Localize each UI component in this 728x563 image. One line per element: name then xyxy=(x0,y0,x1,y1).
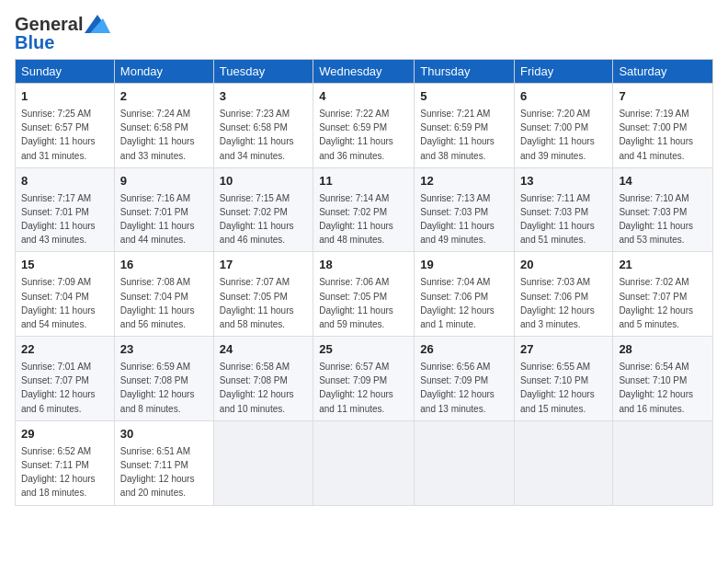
day-info: Sunrise: 7:11 AMSunset: 7:03 PMDaylight:… xyxy=(520,193,595,246)
day-info: Sunrise: 7:10 AMSunset: 7:03 PMDaylight:… xyxy=(619,193,693,246)
day-info: Sunrise: 6:51 AMSunset: 7:11 PMDaylight:… xyxy=(120,446,195,499)
day-number: 7 xyxy=(619,88,707,106)
calendar-cell xyxy=(213,420,313,505)
calendar-cell: 25 Sunrise: 6:57 AMSunset: 7:09 PMDaylig… xyxy=(313,337,415,421)
day-number: 3 xyxy=(220,88,307,106)
weekday-header-sunday: Sunday xyxy=(16,60,115,84)
day-info: Sunrise: 6:52 AMSunset: 7:11 PMDaylight:… xyxy=(21,446,96,499)
day-number: 5 xyxy=(420,88,508,106)
day-info: Sunrise: 6:58 AMSunset: 7:08 PMDaylight:… xyxy=(220,362,294,414)
calendar-cell: 13 Sunrise: 7:11 AMSunset: 7:03 PMDaylig… xyxy=(515,167,613,252)
calendar-cell: 8 Sunrise: 7:17 AMSunset: 7:01 PMDayligh… xyxy=(16,167,115,252)
day-info: Sunrise: 7:02 AMSunset: 7:07 PMDaylight:… xyxy=(619,277,693,329)
calendar-cell: 19 Sunrise: 7:04 AMSunset: 7:06 PMDaylig… xyxy=(415,252,515,337)
day-info: Sunrise: 7:19 AMSunset: 7:00 PMDaylight:… xyxy=(619,109,693,161)
day-number: 16 xyxy=(120,257,208,274)
logo-icon xyxy=(85,15,110,33)
day-info: Sunrise: 7:03 AMSunset: 7:06 PMDaylight:… xyxy=(520,277,595,329)
weekday-header-monday: Monday xyxy=(114,60,213,84)
day-info: Sunrise: 7:17 AMSunset: 7:01 PMDaylight:… xyxy=(21,193,96,246)
day-number: 2 xyxy=(120,88,208,106)
calendar-cell: 16 Sunrise: 7:08 AMSunset: 7:04 PMDaylig… xyxy=(114,252,213,337)
day-number: 25 xyxy=(319,341,408,359)
calendar-cell: 29 Sunrise: 6:52 AMSunset: 7:11 PMDaylig… xyxy=(16,420,115,505)
day-number: 4 xyxy=(319,88,408,106)
day-number: 11 xyxy=(319,173,408,190)
day-number: 8 xyxy=(21,173,108,190)
calendar-cell: 22 Sunrise: 7:01 AMSunset: 7:07 PMDaylig… xyxy=(16,337,115,421)
calendar-week-4: 22 Sunrise: 7:01 AMSunset: 7:07 PMDaylig… xyxy=(16,337,713,421)
day-number: 6 xyxy=(520,88,607,106)
day-number: 14 xyxy=(619,173,707,190)
page-header: General Blue xyxy=(15,15,713,52)
day-info: Sunrise: 7:25 AMSunset: 6:57 PMDaylight:… xyxy=(21,109,96,161)
day-number: 19 xyxy=(420,257,508,274)
calendar-cell: 24 Sunrise: 6:58 AMSunset: 7:08 PMDaylig… xyxy=(213,337,313,421)
calendar-cell: 15 Sunrise: 7:09 AMSunset: 7:04 PMDaylig… xyxy=(16,252,115,337)
day-info: Sunrise: 7:04 AMSunset: 7:06 PMDaylight:… xyxy=(420,277,495,329)
calendar-cell xyxy=(313,420,415,505)
day-info: Sunrise: 7:15 AMSunset: 7:02 PMDaylight:… xyxy=(220,193,294,246)
calendar-cell: 30 Sunrise: 6:51 AMSunset: 7:11 PMDaylig… xyxy=(114,420,213,505)
day-number: 30 xyxy=(120,426,208,443)
calendar-cell: 21 Sunrise: 7:02 AMSunset: 7:07 PMDaylig… xyxy=(613,252,713,337)
day-number: 26 xyxy=(420,341,508,359)
calendar-cell: 14 Sunrise: 7:10 AMSunset: 7:03 PMDaylig… xyxy=(613,167,713,252)
day-number: 13 xyxy=(520,173,607,190)
day-info: Sunrise: 6:54 AMSunset: 7:10 PMDaylight:… xyxy=(619,362,693,414)
day-number: 1 xyxy=(21,88,108,106)
logo-blue: Blue xyxy=(15,33,54,52)
day-number: 20 xyxy=(520,257,607,274)
weekday-header-thursday: Thursday xyxy=(415,60,515,84)
calendar-cell: 6 Sunrise: 7:20 AMSunset: 7:00 PMDayligh… xyxy=(515,84,613,168)
day-number: 29 xyxy=(21,426,108,443)
day-info: Sunrise: 7:20 AMSunset: 7:00 PMDaylight:… xyxy=(520,109,595,161)
day-info: Sunrise: 7:23 AMSunset: 6:58 PMDaylight:… xyxy=(220,109,294,161)
calendar-table: SundayMondayTuesdayWednesdayThursdayFrid… xyxy=(15,59,713,506)
logo: General Blue xyxy=(15,15,110,52)
day-info: Sunrise: 7:21 AMSunset: 6:59 PMDaylight:… xyxy=(420,109,495,161)
calendar-cell: 11 Sunrise: 7:14 AMSunset: 7:02 PMDaylig… xyxy=(313,167,415,252)
day-info: Sunrise: 7:01 AMSunset: 7:07 PMDaylight:… xyxy=(21,362,96,414)
day-info: Sunrise: 6:55 AMSunset: 7:10 PMDaylight:… xyxy=(520,362,595,414)
calendar-week-2: 8 Sunrise: 7:17 AMSunset: 7:01 PMDayligh… xyxy=(16,167,713,252)
day-info: Sunrise: 6:59 AMSunset: 7:08 PMDaylight:… xyxy=(120,362,195,414)
day-number: 28 xyxy=(619,341,707,359)
calendar-cell: 27 Sunrise: 6:55 AMSunset: 7:10 PMDaylig… xyxy=(515,337,613,421)
calendar-week-1: 1 Sunrise: 7:25 AMSunset: 6:57 PMDayligh… xyxy=(16,84,713,168)
calendar-cell: 3 Sunrise: 7:23 AMSunset: 6:58 PMDayligh… xyxy=(213,84,313,168)
day-info: Sunrise: 7:24 AMSunset: 6:58 PMDaylight:… xyxy=(120,109,195,161)
calendar-cell xyxy=(613,420,713,505)
day-number: 10 xyxy=(220,173,307,190)
calendar-cell: 23 Sunrise: 6:59 AMSunset: 7:08 PMDaylig… xyxy=(114,337,213,421)
calendar-cell: 1 Sunrise: 7:25 AMSunset: 6:57 PMDayligh… xyxy=(16,84,115,168)
day-number: 27 xyxy=(520,341,607,359)
day-info: Sunrise: 7:22 AMSunset: 6:59 PMDaylight:… xyxy=(319,109,393,161)
calendar-cell: 10 Sunrise: 7:15 AMSunset: 7:02 PMDaylig… xyxy=(213,167,313,252)
day-info: Sunrise: 7:09 AMSunset: 7:04 PMDaylight:… xyxy=(21,277,96,329)
calendar-week-5: 29 Sunrise: 6:52 AMSunset: 7:11 PMDaylig… xyxy=(16,420,713,505)
calendar-cell: 5 Sunrise: 7:21 AMSunset: 6:59 PMDayligh… xyxy=(415,84,515,168)
day-number: 9 xyxy=(120,173,208,190)
day-info: Sunrise: 7:07 AMSunset: 7:05 PMDaylight:… xyxy=(220,277,294,329)
weekday-header-friday: Friday xyxy=(515,60,613,84)
day-number: 12 xyxy=(420,173,508,190)
calendar-cell: 17 Sunrise: 7:07 AMSunset: 7:05 PMDaylig… xyxy=(213,252,313,337)
day-info: Sunrise: 7:13 AMSunset: 7:03 PMDaylight:… xyxy=(420,193,495,246)
calendar-week-3: 15 Sunrise: 7:09 AMSunset: 7:04 PMDaylig… xyxy=(16,252,713,337)
day-info: Sunrise: 7:16 AMSunset: 7:01 PMDaylight:… xyxy=(120,193,195,246)
logo-general: General xyxy=(15,15,83,33)
calendar-cell: 18 Sunrise: 7:06 AMSunset: 7:05 PMDaylig… xyxy=(313,252,415,337)
day-number: 24 xyxy=(220,341,307,359)
weekday-header-saturday: Saturday xyxy=(613,60,713,84)
calendar-cell xyxy=(415,420,515,505)
weekday-header-wednesday: Wednesday xyxy=(313,60,415,84)
calendar-cell xyxy=(515,420,613,505)
day-number: 22 xyxy=(21,341,108,359)
calendar-cell: 2 Sunrise: 7:24 AMSunset: 6:58 PMDayligh… xyxy=(114,84,213,168)
calendar-cell: 4 Sunrise: 7:22 AMSunset: 6:59 PMDayligh… xyxy=(313,84,415,168)
calendar-cell: 20 Sunrise: 7:03 AMSunset: 7:06 PMDaylig… xyxy=(515,252,613,337)
calendar-cell: 26 Sunrise: 6:56 AMSunset: 7:09 PMDaylig… xyxy=(415,337,515,421)
day-number: 15 xyxy=(21,257,108,274)
calendar-cell: 9 Sunrise: 7:16 AMSunset: 7:01 PMDayligh… xyxy=(114,167,213,252)
